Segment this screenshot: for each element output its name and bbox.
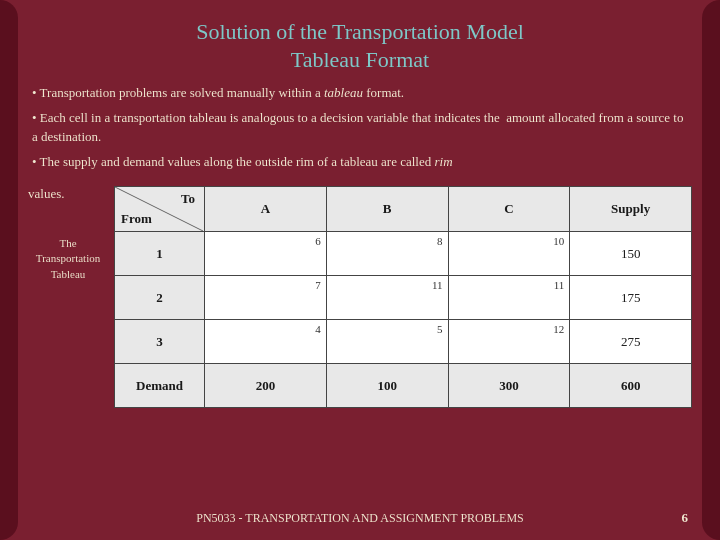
cost-1C: 10 bbox=[553, 235, 564, 247]
cost-2B: 11 bbox=[432, 279, 443, 291]
demand-C: 300 bbox=[448, 364, 570, 408]
col-header-B: B bbox=[326, 187, 448, 232]
demand-total: 600 bbox=[570, 364, 692, 408]
cost-3C: 12 bbox=[553, 323, 564, 335]
content: Solution of the Transportation Model Tab… bbox=[28, 18, 692, 526]
cost-2C: 11 bbox=[554, 279, 565, 291]
cell-1-A: 6 bbox=[205, 232, 327, 276]
row-label-1: 1 bbox=[115, 232, 205, 276]
bullet1-text2: format. bbox=[363, 85, 404, 100]
main-area: values. The Transportation Tableau bbox=[28, 186, 692, 502]
bullets-section: • Transportation problems are solved man… bbox=[28, 83, 692, 176]
demand-A: 200 bbox=[205, 364, 327, 408]
cost-3B: 5 bbox=[437, 323, 443, 335]
cell-2-C: 11 bbox=[448, 276, 570, 320]
demand-label: Demand bbox=[115, 364, 205, 408]
supply-3: 275 bbox=[570, 320, 692, 364]
supply-2: 175 bbox=[570, 276, 692, 320]
supply-1: 150 bbox=[570, 232, 692, 276]
transportation-tableau: To From A B C Supply bbox=[114, 186, 692, 408]
col-header-C: C bbox=[448, 187, 570, 232]
rim-values-continuation: values. bbox=[28, 186, 64, 202]
cell-1-B: 8 bbox=[326, 232, 448, 276]
footer: PN5033 - TRANSPORTATION AND ASSIGNMENT P… bbox=[28, 510, 692, 526]
row-label-2: 2 bbox=[115, 276, 205, 320]
bullet3-italic: rim bbox=[435, 154, 453, 169]
table-row: 3 4 5 12 bbox=[115, 320, 692, 364]
footer-text: PN5033 - TRANSPORTATION AND ASSIGNMENT P… bbox=[52, 511, 668, 526]
bullet2-text: Each cell in a transportation tableau is… bbox=[32, 110, 683, 145]
col-header-A: A bbox=[205, 187, 327, 232]
slide: Solution of the Transportation Model Tab… bbox=[0, 0, 720, 540]
deco-right bbox=[702, 0, 720, 540]
slide-title: Solution of the Transportation Model Tab… bbox=[28, 18, 692, 73]
cell-3-A: 4 bbox=[205, 320, 327, 364]
cell-1-C: 10 bbox=[448, 232, 570, 276]
title-line2: Tableau Format bbox=[291, 47, 429, 72]
cost-2A: 7 bbox=[315, 279, 321, 291]
header-row: To From A B C Supply bbox=[115, 187, 692, 232]
title-line1: Solution of the Transportation Model bbox=[196, 19, 524, 44]
cell-3-C: 12 bbox=[448, 320, 570, 364]
bullet-1: • Transportation problems are solved man… bbox=[28, 83, 692, 103]
cost-1A: 6 bbox=[315, 235, 321, 247]
cell-2-B: 11 bbox=[326, 276, 448, 320]
footer-page-number: 6 bbox=[668, 510, 688, 526]
table-row: 2 7 11 11 bbox=[115, 276, 692, 320]
from-label: From bbox=[121, 211, 152, 227]
table-row: 1 6 8 10 bbox=[115, 232, 692, 276]
row-label-3: 3 bbox=[115, 320, 205, 364]
bullet1-italic: tableau bbox=[324, 85, 363, 100]
bullet-2: • Each cell in a transportation tableau … bbox=[28, 108, 692, 147]
bullet3-text1: The supply and demand values along the o… bbox=[40, 154, 435, 169]
left-caption: The Transportation Tableau bbox=[28, 206, 108, 282]
deco-left bbox=[0, 0, 18, 540]
cell-3-B: 5 bbox=[326, 320, 448, 364]
tableau-wrapper: To From A B C Supply bbox=[114, 186, 692, 408]
to-from-inner: To From bbox=[115, 187, 203, 231]
cost-1B: 8 bbox=[437, 235, 443, 247]
to-label: To bbox=[181, 191, 195, 207]
demand-row: Demand 200 100 300 600 bbox=[115, 364, 692, 408]
demand-B: 100 bbox=[326, 364, 448, 408]
cost-3A: 4 bbox=[315, 323, 321, 335]
col-header-supply: Supply bbox=[570, 187, 692, 232]
cell-2-A: 7 bbox=[205, 276, 327, 320]
bullet-3: • The supply and demand values along the… bbox=[28, 152, 692, 172]
to-from-header: To From bbox=[115, 187, 205, 232]
bullet1-text1: Transportation problems are solved manua… bbox=[40, 85, 324, 100]
